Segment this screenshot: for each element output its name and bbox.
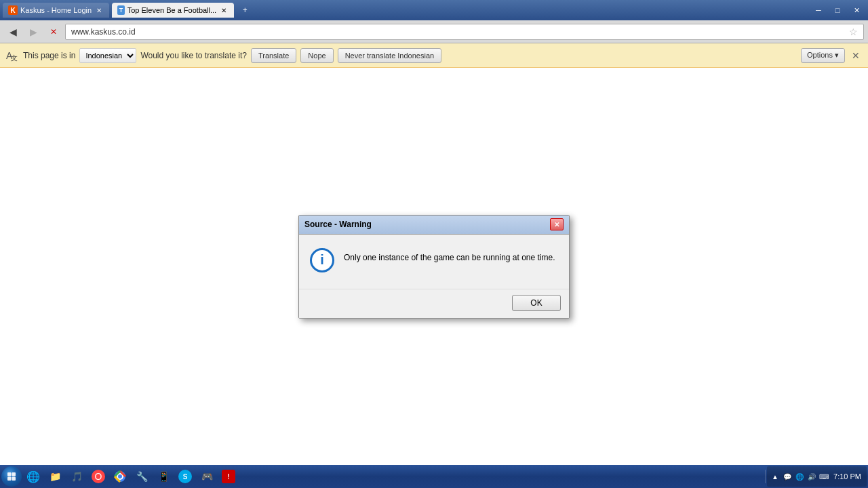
tab-topeleven-close[interactable]: ✕ — [219, 5, 229, 15]
svg-text:文: 文 — [11, 54, 18, 62]
system-clock: 7:10 PM — [831, 472, 864, 481]
tab-kaskus[interactable]: K Kaskus - Home Login ✕ — [3, 3, 109, 18]
translate-question: Would you like to translate it? — [140, 51, 247, 60]
forward-button[interactable]: ▶ — [24, 24, 42, 40]
system-tray: ▲ 💬 🌐 🔊 ⌨ 7:10 PM — [767, 466, 867, 487]
minimize-button[interactable]: ─ — [810, 3, 827, 17]
svg-rect-6 — [12, 477, 16, 481]
taskbar-item-settings[interactable]: 🔧 — [132, 468, 152, 485]
back-button[interactable]: ◀ — [4, 24, 22, 40]
tab-kaskus-close[interactable]: ✕ — [94, 5, 104, 15]
translate-button[interactable]: Translate — [251, 48, 296, 63]
phone-icon: 📱 — [157, 470, 170, 483]
dialog-footer: OK — [299, 289, 569, 318]
chrome-icon — [113, 470, 127, 483]
info-icon-text: i — [320, 252, 324, 268]
dialog-message: Only one instance of the game can be run… — [344, 248, 555, 264]
svg-rect-5 — [7, 477, 12, 481]
ie-icon: 🌐 — [26, 470, 40, 483]
new-tab-button[interactable]: + — [238, 3, 252, 17]
taskbar-item-phone[interactable]: 📱 — [153, 468, 174, 485]
folder-icon: 📁 — [48, 470, 62, 483]
refresh-stop-button[interactable]: ✕ — [45, 24, 62, 40]
translate-bar: A 文 This page is in Indonesian Would you… — [0, 43, 868, 68]
tray-volume-icon[interactable]: 🔊 — [806, 471, 817, 482]
dialog-close-button[interactable]: ✕ — [550, 218, 564, 230]
tab-topeleven-favicon: T — [117, 5, 125, 15]
settings-icon: 🔧 — [135, 470, 149, 483]
tab-topeleven[interactable]: T Top Eleven Be a Football... ✕ — [112, 3, 234, 18]
nope-button[interactable]: Nope — [300, 48, 333, 63]
taskbar: 🌐 📁 🎵 O 🔧 — [0, 465, 868, 488]
dialog-title: Source - Warning — [304, 220, 372, 229]
tab-kaskus-label: Kaskus - Home Login — [20, 6, 92, 14]
info-icon: i — [310, 248, 334, 272]
tray-network-icon[interactable]: 🌐 — [794, 471, 805, 482]
taskbar-separator — [765, 470, 766, 483]
tray-chat-icon[interactable]: 💬 — [782, 471, 793, 482]
tray-expand-icon[interactable]: ▲ — [770, 471, 781, 482]
never-translate-button[interactable]: Never translate Indonesian — [338, 48, 441, 63]
address-text: www.kaskus.co.id — [71, 27, 846, 37]
dialog-body: i Only one instance of the game can be r… — [299, 235, 569, 289]
taskbar-item-browser2[interactable]: O — [88, 468, 108, 485]
svg-point-9 — [118, 474, 122, 479]
window-controls: ─ □ ✕ — [810, 3, 865, 17]
tab-kaskus-favicon: K — [8, 5, 18, 15]
taskbar-item-chrome[interactable] — [110, 468, 130, 485]
tray-keyboard-icon[interactable]: ⌨ — [818, 471, 829, 482]
app-icon: ! — [222, 470, 235, 483]
skype-icon: S — [178, 470, 192, 483]
clock-time: 7:10 PM — [833, 472, 861, 481]
taskbar-item-skype[interactable]: S — [175, 468, 195, 485]
bookmark-star-icon[interactable]: ☆ — [849, 26, 858, 37]
taskbar-items: 🌐 📁 🎵 O 🔧 — [23, 468, 764, 485]
translate-options-button[interactable]: Options ▾ — [801, 48, 845, 63]
dialog-overlay: Source - Warning ✕ i Only one instance o… — [0, 68, 868, 465]
address-bar[interactable]: www.kaskus.co.id ☆ — [65, 24, 864, 40]
taskbar-item-folder[interactable]: 📁 — [45, 468, 65, 485]
browser2-icon: O — [92, 470, 105, 483]
taskbar-item-ie[interactable]: 🌐 — [23, 468, 43, 485]
maximize-button[interactable]: □ — [829, 3, 846, 17]
language-select[interactable]: Indonesian — [79, 48, 136, 63]
taskbar-item-media[interactable]: 🎵 — [66, 468, 87, 485]
media-icon: 🎵 — [70, 470, 83, 483]
taskbar-item-game[interactable]: 🎮 — [197, 468, 217, 485]
main-content: Source - Warning ✕ i Only one instance o… — [0, 68, 868, 465]
start-button[interactable] — [1, 466, 22, 487]
translate-icon: A 文 — [5, 49, 19, 62]
svg-rect-3 — [7, 472, 12, 476]
warning-dialog: Source - Warning ✕ i Only one instance o… — [298, 215, 570, 319]
ok-button[interactable]: OK — [512, 295, 561, 311]
browser-chrome: K Kaskus - Home Login ✕ T Top Eleven Be … — [0, 0, 868, 68]
dialog-title-bar: Source - Warning ✕ — [299, 216, 569, 235]
nav-bar: ◀ ▶ ✕ www.kaskus.co.id ☆ — [0, 20, 868, 43]
translate-prefix: This page is in — [23, 51, 75, 60]
close-button[interactable]: ✕ — [848, 3, 865, 17]
taskbar-item-app[interactable]: ! — [218, 468, 239, 485]
tab-topeleven-label: Top Eleven Be a Football... — [127, 6, 216, 14]
svg-rect-4 — [12, 472, 16, 476]
translate-close-button[interactable]: ✕ — [849, 49, 863, 62]
game-icon: 🎮 — [200, 470, 214, 483]
title-bar: K Kaskus - Home Login ✕ T Top Eleven Be … — [0, 0, 868, 20]
